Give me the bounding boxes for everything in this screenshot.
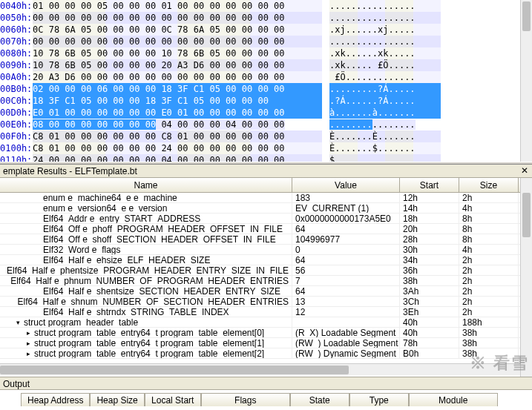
hex-row[interactable]: 00B0h:02 00 00 00 06 00 00 00 18 3F C1 0… xyxy=(0,83,532,95)
hex-bytes[interactable]: 0C 78 6A 05 00 00 00 00 0C 78 6A 05 00 0… xyxy=(33,24,322,36)
chevron-right-icon[interactable]: ▸ xyxy=(24,328,33,337)
output-tab[interactable]: Heap Size xyxy=(90,393,144,406)
table-row[interactable]: enum e_machine64_e e_machine18312h2h xyxy=(0,193,532,203)
chevron-right-icon[interactable]: ▸ xyxy=(24,349,33,358)
cell-value: 64 xyxy=(292,224,400,234)
table-row[interactable]: ▸struct program_table_entry64_t program_… xyxy=(0,348,532,359)
hex-address: 00F0h: xyxy=(0,130,33,142)
row-name: Elf64_Half e_phnum_NUMBER_OF_PROGRAM_HEA… xyxy=(10,276,289,285)
cell-size: 4h xyxy=(459,203,519,213)
cell-value: (RW_) Dynamic Segment xyxy=(292,348,400,358)
row-name: Elf32_Word e_flags xyxy=(43,245,121,254)
hex-row[interactable]: 0080h:10 78 6B 05 00 00 00 00 10 78 6B 0… xyxy=(0,47,532,59)
hex-ascii[interactable]: .........?Á..... xyxy=(329,83,441,95)
table-body[interactable]: enum e_machine64_e e_machine18312h2henum… xyxy=(0,193,532,363)
output-tab[interactable]: Local Start xyxy=(145,393,201,406)
hex-address: 0040h: xyxy=(0,0,33,12)
table-row[interactable]: Elf64_Half e_shnum_NUMBER_OF_SECTION_HEA… xyxy=(0,297,532,307)
table-row[interactable]: enum e_version64_e e_versionEV_CURRENT (… xyxy=(0,203,532,214)
hex-bytes[interactable]: 10 78 6B 05 00 00 00 00 20 A3 D6 00 00 0… xyxy=(33,59,322,71)
hex-ascii[interactable]: ................ xyxy=(329,12,441,24)
column-header-start[interactable]: Start xyxy=(400,178,459,192)
table-row[interactable]: ▸struct program_table_entry64_t program_… xyxy=(0,328,532,338)
cell-value: 104996977 xyxy=(292,234,400,244)
hex-vertical-scrollbar[interactable] xyxy=(520,0,532,162)
hex-bytes[interactable]: 18 3F C1 05 00 00 00 18 3F C1 05 00 00 0… xyxy=(33,95,322,107)
template-vertical-scrollbar[interactable] xyxy=(520,178,532,377)
table-row[interactable]: Elf64_Half e_shentsize_SECTION_HEADER_EN… xyxy=(0,286,532,297)
column-header-size[interactable]: Size xyxy=(459,178,519,192)
table-row[interactable]: Elf64_Half e_phnum_NUMBER_OF_PROGRAM_HEA… xyxy=(0,276,532,286)
cell-start: 28h xyxy=(400,234,459,244)
cell-size: 2h xyxy=(459,297,519,306)
chevron-right-icon[interactable]: ▸ xyxy=(24,339,33,348)
table-row[interactable]: Elf64_Addr e_entry_START_ADDRESS0x000000… xyxy=(0,214,532,224)
hex-row[interactable]: 0050h:00 00 00 00 00 00 00 00 00 00 00 0… xyxy=(0,12,532,24)
hex-row[interactable]: 0100h:C8 01 00 00 00 00 00 00 24 00 00 0… xyxy=(0,142,532,154)
hex-ascii[interactable]: ................ xyxy=(329,119,441,130)
table-row[interactable]: Elf64_Half e_ehsize_ELF_HEADER_SIZE6434h… xyxy=(0,255,532,265)
hex-view[interactable]: 0040h:01 00 00 00 05 00 00 00 01 00 00 0… xyxy=(0,0,532,162)
hex-bytes[interactable]: 00 00 00 00 00 00 00 00 00 00 00 00 00 0… xyxy=(33,36,322,47)
output-tab[interactable]: Type xyxy=(349,393,409,406)
hex-ascii[interactable]: à.......à....... xyxy=(329,107,441,119)
hex-ascii[interactable]: ................ xyxy=(329,0,441,12)
hex-ascii[interactable]: È.......È....... xyxy=(329,130,441,142)
hex-ascii[interactable]: .xk......xk..... xyxy=(329,47,441,59)
hex-ascii[interactable]: .xj......xj..... xyxy=(329,24,441,36)
hex-bytes[interactable]: 01 00 00 00 05 00 00 00 01 00 00 00 00 0… xyxy=(33,0,322,12)
hex-row[interactable]: 0090h:10 78 6B 05 00 00 00 00 20 A3 D6 0… xyxy=(0,59,532,71)
hex-row[interactable]: 0070h:00 00 00 00 00 00 00 00 00 00 00 0… xyxy=(0,36,532,47)
output-tab[interactable]: Flags xyxy=(201,393,290,406)
hex-bytes[interactable]: C8 01 00 00 00 00 00 00 24 00 00 00 00 0… xyxy=(33,142,322,154)
cell-name: Elf64_Half e_ehsize_ELF_HEADER_SIZE xyxy=(0,255,292,265)
chevron-down-icon[interactable]: ▾ xyxy=(13,318,22,327)
table-row[interactable]: ▾struct program_header_table40h188h xyxy=(0,317,532,328)
table-row[interactable]: Elf64_Off e_shoff_SECTION_HEADER_OFFSET_… xyxy=(0,234,532,245)
cell-name: ▸struct program_table_entry64_t program_… xyxy=(0,328,292,337)
hex-row[interactable]: 00D0h:E0 01 00 00 00 00 00 00 E0 01 00 0… xyxy=(0,107,532,119)
hex-ascii[interactable]: .xk..... £Ö..... xyxy=(329,59,441,71)
hex-row[interactable]: 00C0h:18 3F C1 05 00 00 00 18 3F C1 05 0… xyxy=(0,95,532,107)
table-row[interactable]: ▸struct program_table_entry64_t program_… xyxy=(0,338,532,348)
hex-bytes[interactable]: 24 00 00 00 00 00 00 00 04 00 00 00 00 0… xyxy=(33,154,322,162)
hex-row[interactable]: 0040h:01 00 00 00 05 00 00 00 01 00 00 0… xyxy=(0,0,532,12)
output-tab[interactable]: Module xyxy=(409,393,498,406)
hex-row[interactable]: 00F0h:C8 01 00 00 00 00 00 00 C8 01 00 0… xyxy=(0,130,532,142)
hex-ascii[interactable]: £Ö............. xyxy=(329,71,441,83)
close-icon[interactable]: ✕ xyxy=(520,166,529,175)
hex-ascii[interactable]: $............... xyxy=(329,154,441,162)
table-row[interactable]: Elf64_Off e_phoff_PROGRAM_HEADER_OFFSET_… xyxy=(0,224,532,234)
column-header-value[interactable]: Value xyxy=(292,178,400,192)
hex-bytes[interactable]: 20 A3 D6 00 00 00 00 00 00 00 00 00 00 0… xyxy=(33,71,322,83)
hex-row[interactable]: 0110h:24 00 00 00 00 00 00 00 04 00 00 0… xyxy=(0,154,532,162)
cell-name: ▾struct program_header_table xyxy=(0,317,292,327)
hex-row[interactable]: 00E0h:08 00 00 00 00 00 00 00 04 00 00 0… xyxy=(0,119,532,130)
hex-bytes[interactable]: 02 00 00 00 06 00 00 00 18 3F C1 05 00 0… xyxy=(33,83,322,95)
hex-row[interactable]: 00A0h:20 A3 D6 00 00 00 00 00 00 00 00 0… xyxy=(0,71,532,83)
hex-bytes[interactable]: C8 01 00 00 00 00 00 00 C8 01 00 00 00 0… xyxy=(33,130,322,142)
hex-ascii[interactable]: .?Á......?Á..... xyxy=(329,95,441,107)
output-tab[interactable]: Heap Address xyxy=(21,393,90,406)
cell-size: 8h xyxy=(459,214,519,223)
cell-name: enum e_version64_e e_version xyxy=(0,203,292,213)
hex-bytes[interactable]: 10 78 6B 05 00 00 00 00 10 78 6B 05 00 0… xyxy=(33,47,322,59)
table-row[interactable]: Elf64_Half e_shtrndx_STRING_TABLE_INDEX1… xyxy=(0,307,532,317)
cell-size: 2h xyxy=(459,193,519,202)
table-row[interactable]: Elf64_Half e_phentsize_PROGRAM_HEADER_EN… xyxy=(0,265,532,276)
hex-bytes[interactable]: 00 00 00 00 00 00 00 00 00 00 00 00 00 0… xyxy=(33,12,322,24)
cell-name: Elf64_Addr e_entry_START_ADDRESS xyxy=(0,214,292,223)
hex-ascii[interactable]: È.......$....... xyxy=(329,142,441,154)
output-tab[interactable]: State xyxy=(290,393,349,406)
hex-bytes[interactable]: E0 01 00 00 00 00 00 00 E0 01 00 00 00 0… xyxy=(33,107,322,119)
hex-row[interactable]: 0060h:0C 78 6A 05 00 00 00 00 0C 78 6A 0… xyxy=(0,24,532,36)
row-name: struct program_table_entry64_t program_t… xyxy=(34,338,264,348)
template-horizontal-scrollbar[interactable] xyxy=(0,363,532,375)
table-row[interactable]: Elf32_Word e_flags030h4h xyxy=(0,245,532,255)
hex-bytes[interactable]: 08 00 00 00 00 00 00 00 04 00 00 00 04 0… xyxy=(33,119,322,130)
cell-size: 8h xyxy=(459,224,519,234)
hex-ascii[interactable]: ................ xyxy=(329,36,441,47)
hex-address: 0070h: xyxy=(0,36,33,47)
cell-name: Elf32_Word e_flags xyxy=(0,245,292,254)
column-header-name[interactable]: Name xyxy=(0,178,292,192)
